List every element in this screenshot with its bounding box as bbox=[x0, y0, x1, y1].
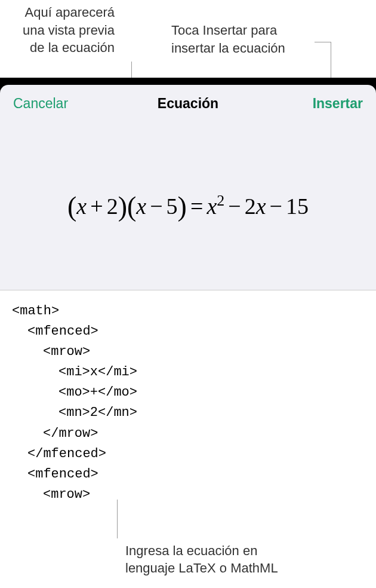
equation-editor-modal: Cancelar Ecuación Insertar (x+2)(x−5)=x2… bbox=[0, 85, 376, 516]
annotation-text: de la ecuación bbox=[7, 39, 115, 57]
code-line: <math> bbox=[12, 301, 364, 321]
mathml-input-area[interactable]: <math> <mfenced> <mrow> <mi>x</mi> <mo>+… bbox=[0, 290, 376, 516]
code-line: <mo>+</mo> bbox=[12, 382, 364, 403]
code-line: <mrow> bbox=[12, 485, 364, 505]
equation-preview: (x+2)(x−5)=x2−2x−15 bbox=[67, 191, 309, 222]
annotation-text: lenguaje LaTeX o MathML bbox=[125, 559, 278, 577]
code-line: <mfenced> bbox=[12, 321, 364, 342]
cancel-button[interactable]: Cancelar bbox=[13, 96, 68, 112]
code-line: <mi>x</mi> bbox=[12, 362, 364, 382]
annotation-text: Toca Insertar para bbox=[171, 22, 315, 39]
insert-button[interactable]: Insertar bbox=[313, 96, 363, 112]
code-line: <mrow> bbox=[12, 342, 364, 362]
annotation-input: Ingresa la ecuación en lenguaje LaTeX o … bbox=[125, 542, 278, 577]
code-line: <mn>2</mn> bbox=[12, 403, 364, 423]
equation-preview-area: (x+2)(x−5)=x2−2x−15 bbox=[0, 122, 376, 290]
annotation-text: una vista previa bbox=[7, 22, 115, 39]
annotation-text: Ingresa la ecuación en bbox=[125, 542, 278, 560]
annotation-text: Aquí aparecerá bbox=[7, 4, 115, 22]
annotation-text: insertar la ecuación bbox=[171, 39, 315, 57]
callout-line bbox=[117, 500, 118, 538]
code-line: <mfenced> bbox=[12, 464, 364, 485]
code-line: </mfenced> bbox=[12, 444, 364, 464]
annotation-insert: Toca Insertar para insertar la ecuación bbox=[171, 22, 315, 57]
callout-line bbox=[315, 42, 331, 42]
modal-header: Cancelar Ecuación Insertar bbox=[0, 85, 376, 122]
annotation-preview: Aquí aparecerá una vista previa de la ec… bbox=[7, 4, 115, 57]
modal-title: Ecuación bbox=[158, 96, 218, 112]
code-line: </mrow> bbox=[12, 424, 364, 444]
